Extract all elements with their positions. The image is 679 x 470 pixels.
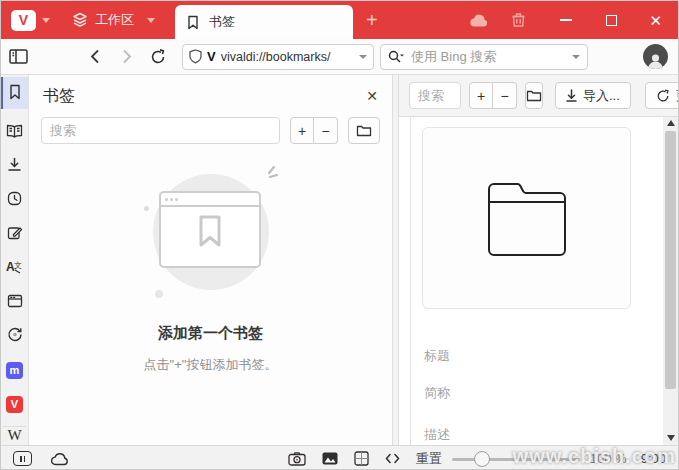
sidebar-item-translate[interactable]: A文 bbox=[1, 251, 28, 285]
search-engine-icon[interactable] bbox=[388, 50, 405, 64]
workspace-caret-icon bbox=[147, 18, 155, 23]
maximize-button[interactable] bbox=[606, 15, 617, 26]
toggle-images-icon[interactable] bbox=[322, 452, 338, 465]
field-nickname-label: 简称 bbox=[424, 384, 678, 402]
wikipedia-webpanel-icon[interactable]: W bbox=[1, 427, 28, 445]
sidebar-item-reading-list[interactable] bbox=[1, 115, 28, 149]
sidebar-item-vivaldi-webpanel[interactable]: V bbox=[1, 387, 28, 421]
tiling-icon[interactable] bbox=[354, 451, 369, 466]
notes-icon bbox=[7, 225, 23, 243]
page-add-bookmark-button[interactable]: + bbox=[469, 82, 493, 109]
page-remove-bookmark-button[interactable]: − bbox=[493, 82, 517, 109]
vivaldi-menu-caret-icon[interactable] bbox=[42, 18, 50, 23]
title-bar: V 工作区 书签 + ✕ bbox=[1, 1, 678, 39]
panel-close-icon[interactable]: ✕ bbox=[366, 88, 378, 104]
scrollbar-thumb[interactable] bbox=[665, 131, 676, 389]
panel-search-input[interactable] bbox=[41, 117, 280, 144]
sparkle-icon bbox=[260, 166, 278, 185]
zoom-slider-knob[interactable] bbox=[474, 451, 490, 467]
break-mode-icon[interactable] bbox=[13, 451, 32, 466]
bookmarks-panel: 书签 ✕ + − bbox=[29, 75, 393, 445]
new-tab-button[interactable]: + bbox=[366, 10, 378, 30]
tab-label: 书签 bbox=[209, 13, 235, 31]
browser-window-illustration bbox=[159, 191, 261, 268]
sidebar-item-notes[interactable] bbox=[1, 217, 28, 251]
scrollbar-up-icon[interactable] bbox=[667, 120, 675, 126]
empty-state-hint: 点击"+"按钮添加书签。 bbox=[144, 356, 278, 374]
sidebar-item-history[interactable] bbox=[1, 183, 28, 217]
panel-toggle-icon[interactable] bbox=[9, 49, 28, 64]
thumbnail-preview-card bbox=[422, 127, 631, 309]
search-field[interactable]: 使用 Bing 搜索 bbox=[380, 44, 588, 70]
vivaldi-menu-button[interactable]: V bbox=[11, 10, 36, 31]
page-scrollbar[interactable] bbox=[663, 117, 678, 445]
bookmark-detail-pane: 标题 简称 描述 bbox=[411, 117, 678, 445]
page-search-input[interactable] bbox=[409, 82, 461, 109]
panel-toolbar: + − bbox=[29, 117, 392, 144]
mastodon-webpanel-icon: m bbox=[6, 362, 23, 379]
panel-sidebar: A文 m V W bbox=[1, 75, 29, 445]
folder-preview-icon bbox=[483, 178, 571, 258]
url-text[interactable]: vivaldi://bookmarks/ bbox=[221, 50, 354, 64]
profile-avatar[interactable] bbox=[643, 44, 668, 69]
empty-state-title: 添加第一个书签 bbox=[158, 324, 263, 343]
add-bookmark-button[interactable]: + bbox=[290, 117, 314, 144]
status-bar: 重置 100 % 9:00 bbox=[1, 445, 678, 470]
workspace-label: 工作区 bbox=[95, 11, 134, 29]
import-button[interactable]: 导入... bbox=[555, 82, 631, 109]
trash-icon[interactable] bbox=[511, 12, 526, 28]
sidebar-item-mastodon-webpanel[interactable]: m bbox=[1, 353, 28, 387]
reading-list-icon bbox=[6, 124, 23, 141]
empty-state-illustration bbox=[153, 174, 269, 290]
zoom-slider[interactable] bbox=[452, 451, 580, 467]
sync-cloud-icon[interactable] bbox=[469, 13, 491, 28]
workspaces-icon bbox=[72, 12, 88, 28]
refresh-icon bbox=[656, 89, 670, 103]
url-field[interactable]: V vivaldi://bookmarks/ bbox=[182, 44, 374, 70]
sidebar-item-bookmarks[interactable] bbox=[1, 77, 28, 109]
scrollbar-down-icon[interactable] bbox=[667, 435, 675, 441]
bookmark-ribbon-icon bbox=[161, 215, 259, 249]
sidebar-item-downloads[interactable] bbox=[1, 149, 28, 183]
page-new-folder-button[interactable] bbox=[525, 82, 543, 109]
workspace-button[interactable]: 工作区 bbox=[72, 11, 155, 29]
sessions-icon bbox=[7, 327, 23, 345]
panel-title: 书签 bbox=[43, 86, 75, 107]
tab-bookmarks[interactable]: 书签 bbox=[175, 5, 353, 39]
close-button[interactable]: ✕ bbox=[649, 13, 662, 28]
sidebar-item-window-panel[interactable] bbox=[1, 285, 28, 319]
import-arrow-icon bbox=[566, 89, 577, 102]
bookmarks-empty-state: 添加第一个书签 点击"+"按钮添加书签。 bbox=[29, 144, 392, 374]
capture-page-icon[interactable] bbox=[288, 452, 306, 466]
url-dropdown-icon[interactable] bbox=[359, 55, 367, 59]
vivaldi-badge-icon[interactable]: V bbox=[207, 49, 216, 64]
remove-bookmark-button[interactable]: − bbox=[314, 117, 338, 144]
panel-add-remove-group: + − bbox=[290, 117, 338, 144]
window-body: A文 m V W 书签 ✕ bbox=[1, 75, 678, 445]
clock-display: 9:00 bbox=[641, 451, 666, 466]
browser-window: V 工作区 书签 + ✕ bbox=[0, 0, 679, 470]
page-actions-icon[interactable] bbox=[385, 453, 400, 464]
forward-button[interactable] bbox=[122, 49, 132, 64]
zoom-reset-button[interactable]: 重置 bbox=[416, 450, 442, 468]
sync-status-icon[interactable] bbox=[50, 452, 71, 466]
update-thumbnails-button[interactable]: 更 bbox=[645, 82, 678, 109]
reload-button[interactable] bbox=[150, 49, 166, 65]
sidebar-item-sessions[interactable] bbox=[1, 319, 28, 353]
bookmarks-page: + − 导入... 更 bbox=[399, 75, 678, 445]
update-label: 更 bbox=[676, 87, 678, 105]
address-bar: V vivaldi://bookmarks/ 使用 Bing 搜索 bbox=[1, 39, 678, 75]
page-content: 标题 简称 描述 bbox=[399, 117, 678, 445]
vivaldi-logo-icon: V bbox=[19, 12, 28, 28]
search-dropdown-icon[interactable] bbox=[572, 55, 580, 59]
search-placeholder[interactable]: 使用 Bing 搜索 bbox=[411, 48, 566, 66]
zoom-level-value[interactable]: 100 % bbox=[590, 451, 627, 466]
vivaldi-webpanel-icon: V bbox=[6, 396, 23, 413]
back-button[interactable] bbox=[90, 49, 100, 64]
downloads-icon bbox=[7, 157, 22, 175]
shield-icon[interactable] bbox=[189, 49, 202, 64]
new-folder-button[interactable] bbox=[348, 117, 380, 144]
field-title-label: 标题 bbox=[424, 347, 678, 365]
minimize-button[interactable] bbox=[560, 19, 572, 21]
zoom-slider-track[interactable] bbox=[452, 458, 580, 461]
